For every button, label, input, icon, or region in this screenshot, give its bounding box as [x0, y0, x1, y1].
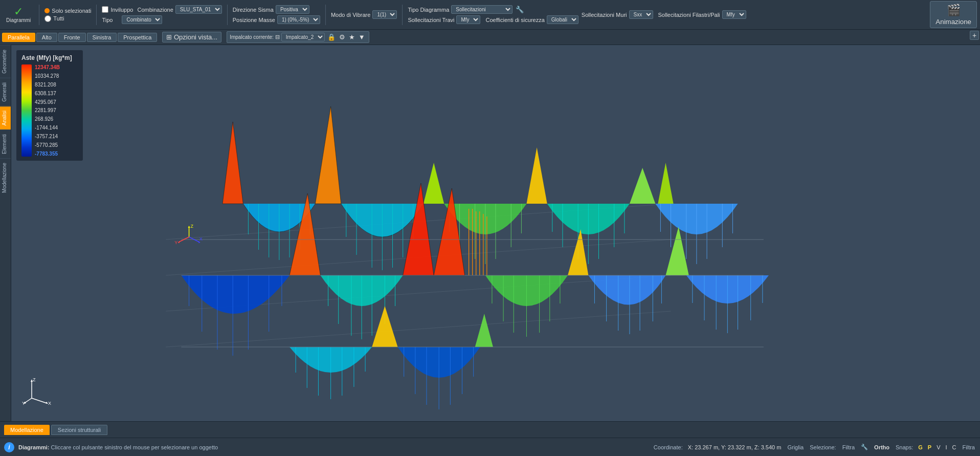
tab-sinistra[interactable]: Sinistra — [87, 33, 117, 42]
tab-fronte[interactable]: Fronte — [58, 33, 86, 42]
sidebar-tab-geometrie[interactable]: Geometrie — [0, 45, 11, 78]
coefficienti-label: Coefficienti di sicurezza — [485, 17, 544, 23]
posizione-select[interactable]: 1) (0%,-5%) — [277, 15, 320, 24]
snaps-v: V — [937, 444, 940, 450]
legend-val-8: -3757.214 — [35, 134, 60, 139]
impalcato-label: Impalcato corrente: — [230, 34, 274, 40]
z-label: Z: — [754, 444, 760, 450]
tipo-row: Tipo Combinato — [102, 15, 221, 24]
direzione-row: Direzione Sisma Positiva — [233, 5, 320, 14]
direzione-select[interactable]: Positiva — [276, 5, 309, 14]
status-right: Coordinate: X: 23.267 m, Y: 23.322 m, Z:… — [654, 444, 976, 450]
add-view-btn[interactable]: + — [970, 31, 979, 40]
combinazione-select[interactable]: SLU_STA_01 — [175, 5, 222, 14]
tab-prospettica[interactable]: Prospettica — [118, 33, 157, 42]
svg-text:Z: Z — [33, 377, 36, 382]
settings-icon-btn[interactable]: ⚙ — [338, 33, 346, 41]
tab-alto[interactable]: Alto — [36, 33, 57, 42]
selection-group: Solo selezionati Tutti — [44, 8, 91, 22]
film-icon: 🎬 — [947, 4, 961, 17]
travi-select[interactable]: Mfy — [456, 15, 480, 24]
direzione-label: Direzione Sisma — [233, 7, 274, 13]
bottom-tabs: Modellazione Sezioni strutturali — [4, 425, 107, 435]
modo-row: Modo di Vibrare 1(1) — [331, 10, 397, 19]
sidebar-tab-generali[interactable]: Generali — [0, 78, 11, 106]
lock-icon: 🔒 — [327, 33, 336, 41]
divider-1 — [39, 5, 39, 25]
lock-icon-btn[interactable]: 🔒 — [326, 33, 337, 41]
legend-val-1: 10334.278 — [35, 73, 60, 79]
divider-3 — [227, 5, 228, 25]
modo-group: Modo di Vibrare 1(1) — [331, 10, 397, 19]
svg-text:X: X — [199, 236, 203, 242]
options-vista-btn[interactable]: ⊞ Opzioni vista... — [165, 33, 218, 41]
tutti-label: Tutti — [53, 15, 64, 21]
filtra2-button[interactable]: Filtra — [962, 444, 976, 450]
tipo-diagramma-select[interactable]: Sollecitazioni — [451, 5, 513, 14]
sidebar-tab-elementi[interactable]: Elementi — [0, 129, 11, 158]
x-value: 23.267 — [695, 444, 712, 450]
svg-text:Z: Z — [191, 224, 194, 229]
canvas-area[interactable]: Z Y X Aste (Mfy) [kg*m] 12347.34B 10334.… — [11, 45, 980, 421]
status-message: Cliccare col pulsante sinistro del mouse… — [51, 444, 218, 450]
combinazione-label: Combinazione — [137, 7, 173, 13]
legend-val-3: 6308.137 — [35, 91, 60, 96]
travi-label: Sollecitazioni Travi — [408, 17, 454, 23]
info-icon: i — [4, 442, 14, 452]
snaps-c: C — [952, 444, 956, 450]
filastri-select[interactable]: Mfy — [722, 10, 746, 19]
tipo-select[interactable]: Combinato — [122, 15, 162, 24]
main-area: Geometrie Generali Analisi Elementi Mode… — [0, 45, 980, 421]
inviluppo-check[interactable] — [102, 6, 108, 13]
tutti-radio[interactable] — [44, 15, 51, 22]
sidebar-tab-modellazione[interactable]: Modellazione — [0, 158, 11, 197]
muri-select[interactable]: Sxx — [629, 10, 653, 19]
svg-line-131 — [32, 398, 47, 403]
orange-dot — [44, 8, 50, 13]
impalcato-select[interactable]: Impalcato_2 — [281, 33, 325, 41]
posizione-row: Posizione Masse 1) (0%,-5%) — [233, 15, 320, 24]
svg-text:Y: Y — [22, 401, 25, 406]
bottom-bar: Modellazione Sezioni strutturali — [0, 421, 980, 438]
z-value: 3.540 — [761, 444, 775, 450]
legend-gradient-bar — [21, 64, 32, 157]
svg-text:X: X — [48, 401, 51, 406]
tab-parallela[interactable]: Parallela — [2, 33, 35, 42]
legend-values: 12347.34B 10334.278 8321.208 6308.137 42… — [35, 64, 60, 157]
coordinates-values: X: 23.267 m, Y: 23.322 m, Z: 3.540 m — [688, 444, 782, 450]
down-arrow-btn[interactable]: ▼ — [358, 33, 366, 41]
legend-val-2: 8321.208 — [35, 82, 60, 88]
muri-row: Sollecitazioni Muri Sxx Sollecitazioni F… — [582, 10, 746, 19]
combinazione-group: Inviluppo Combinazione SLU_STA_01 Tipo C… — [102, 5, 221, 24]
diagrammi-button[interactable]: ✓ Diagrammi — [3, 5, 34, 24]
bottom-tab-sezioni[interactable]: Sezioni strutturali — [51, 425, 107, 435]
snaps-label: Snaps: — [896, 444, 913, 450]
legend-val-6: 268.926 — [35, 116, 60, 122]
ortho-button[interactable]: Ortho — [873, 444, 890, 450]
filtra-button[interactable]: Filtra — [841, 444, 856, 450]
tipo-diagramma-row: Tipo Diagramma Sollecitazioni 🔧 — [408, 5, 578, 14]
y-value: 23.322 — [728, 444, 745, 450]
star-icon-btn[interactable]: ★ — [348, 33, 356, 41]
bottom-tab-modellazione[interactable]: Modellazione — [4, 425, 50, 435]
sisma-group: Direzione Sisma Positiva Posizione Masse… — [233, 5, 320, 24]
tipo-diagramma-label: Tipo Diagramma — [408, 7, 449, 13]
modo-select[interactable]: 1(1) — [372, 10, 397, 19]
wrench-icon-btn[interactable]: 🔧 — [515, 6, 525, 13]
muri-label: Sollecitazioni Muri — [582, 12, 627, 18]
levels-icon: ⊟ — [275, 34, 280, 40]
coefficienti-select[interactable]: Globali — [547, 15, 578, 24]
legend-val-5: 2281.997 — [35, 107, 60, 113]
tipo-diagramma-group: Tipo Diagramma Sollecitazioni 🔧 Sollecit… — [408, 5, 578, 24]
sollecitazioni-group: Sollecitazioni Muri Sxx Sollecitazioni F… — [582, 10, 746, 19]
animazione-button[interactable]: 🎬 Animazione — [930, 1, 977, 28]
status-prefix: Diagrammi: Cliccare col pulsante sinistr… — [18, 444, 218, 450]
tutti-row: Tutti — [44, 15, 91, 22]
griglia-button[interactable]: Griglia — [786, 444, 805, 450]
divider-2 — [96, 5, 97, 25]
status-bar: i Diagrammi: Cliccare col pulsante sinis… — [0, 438, 980, 456]
color-legend: Aste (Mfy) [kg*m] 12347.34B 10334.278 83… — [16, 50, 83, 161]
settings-icon: ⚙ — [339, 33, 345, 41]
sidebar-tab-analisi[interactable]: Analisi — [0, 106, 11, 129]
down-arrow-icon: ▼ — [359, 33, 365, 41]
